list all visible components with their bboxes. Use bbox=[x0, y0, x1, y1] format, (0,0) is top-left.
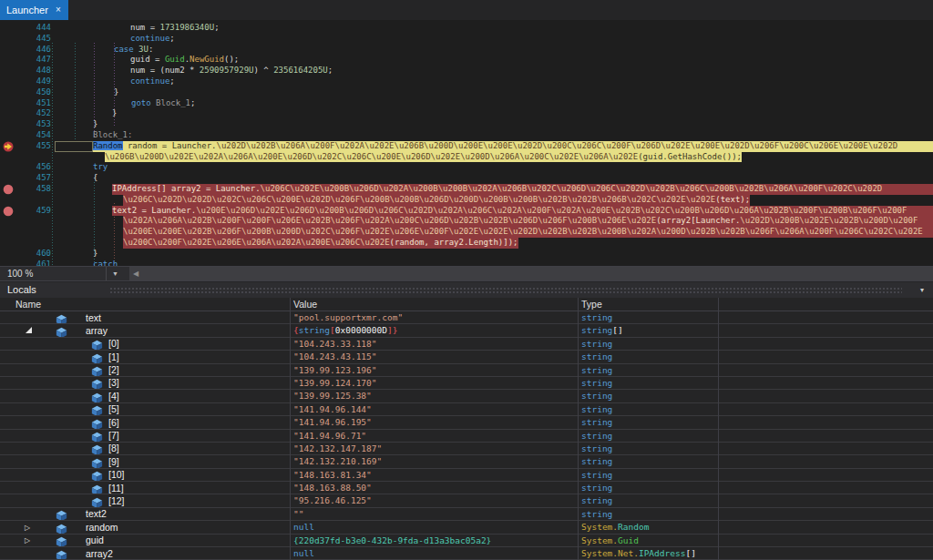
locals-row[interactable]: [10]"148.163.81.34"string bbox=[0, 469, 933, 482]
variable-value-cell[interactable]: "142.132.147.187" bbox=[293, 443, 576, 454]
glyph-margin[interactable] bbox=[0, 108, 16, 119]
code-line[interactable]: 460} bbox=[0, 249, 933, 260]
locals-row[interactable]: ▷guid{220d37fd-b3e0-432b-9fda-d13a3bac05… bbox=[0, 535, 933, 547]
column-separator[interactable] bbox=[578, 298, 579, 560]
glyph-margin[interactable] bbox=[0, 162, 16, 173]
tab-launcher[interactable]: Launcher × bbox=[0, 0, 68, 20]
code-line[interactable]: 457{ bbox=[0, 173, 933, 184]
code-line[interactable]: 452} bbox=[0, 108, 933, 119]
glyph-margin[interactable] bbox=[0, 173, 16, 184]
variable-value-cell[interactable]: "95.216.46.125" bbox=[293, 494, 576, 506]
locals-row[interactable]: [9]"142.132.210.169"string bbox=[0, 455, 933, 468]
column-header-name[interactable]: Name bbox=[15, 299, 41, 310]
code-line[interactable]: 448num = (num2 * 2590957929U) ^ 23561642… bbox=[0, 66, 933, 76]
code-line[interactable]: \u200E\u200E\u202B\u206F\u200B\u200D\u20… bbox=[0, 227, 933, 238]
scroll-left-arrow-icon[interactable]: ◀ bbox=[133, 270, 138, 279]
variable-value-cell[interactable]: null bbox=[293, 521, 576, 533]
code-line[interactable]: 450} bbox=[0, 87, 933, 98]
code-line[interactable]: 461catch bbox=[0, 260, 933, 266]
locals-row[interactable]: [0]"104.243.33.118"string bbox=[0, 338, 933, 351]
locals-row[interactable]: [7]"141.94.96.71"string bbox=[0, 430, 933, 443]
locals-row[interactable]: [11]"148.163.88.50"string bbox=[0, 482, 933, 494]
code-line[interactable]: \u206C\u202D\u202D\u202C\u206C\u200E\u20… bbox=[0, 195, 933, 206]
code-line[interactable]: 456try bbox=[0, 162, 933, 173]
breakpoint-icon[interactable] bbox=[0, 184, 16, 195]
variable-value-cell[interactable]: "" bbox=[293, 508, 576, 520]
variable-value-cell[interactable]: "142.132.210.169" bbox=[293, 455, 576, 467]
variable-value-cell[interactable]: {220d37fd-b3e0-432b-9fda-d13a3bac05a2} bbox=[293, 535, 576, 546]
variable-value-cell[interactable]: "148.163.88.50" bbox=[293, 482, 576, 494]
column-separator[interactable] bbox=[718, 298, 719, 560]
code-line[interactable]: \u206B\u200D\u202E\u202A\u206A\u200E\u20… bbox=[0, 152, 933, 163]
glyph-margin[interactable] bbox=[0, 152, 16, 163]
glyph-margin[interactable] bbox=[0, 87, 16, 98]
code-line[interactable]: 454Block_1: bbox=[0, 130, 933, 141]
locals-row[interactable]: [4]"139.99.125.38"string bbox=[0, 390, 933, 402]
glyph-margin[interactable] bbox=[0, 55, 16, 66]
variable-value-cell[interactable]: "148.163.81.34" bbox=[293, 469, 576, 481]
locals-row[interactable]: ▷randomnullSystem.Random bbox=[0, 521, 933, 534]
variable-value-cell[interactable]: "139.99.123.196" bbox=[293, 364, 576, 376]
locals-row[interactable]: [3]"139.99.124.170"string bbox=[0, 377, 933, 390]
glyph-margin[interactable] bbox=[0, 227, 16, 238]
glyph-margin[interactable] bbox=[0, 76, 16, 87]
code-line[interactable]: 446case 3U: bbox=[0, 45, 933, 56]
variable-value-cell[interactable]: "104.243.43.115" bbox=[293, 351, 576, 362]
glyph-margin[interactable] bbox=[0, 23, 16, 34]
column-header-type[interactable]: Type bbox=[581, 299, 602, 310]
code-line[interactable]: 447guid = Guid.NewGuid(); bbox=[0, 55, 933, 66]
glyph-margin[interactable] bbox=[0, 130, 16, 141]
variable-value-cell[interactable]: "pool.supportxmr.com" bbox=[293, 311, 576, 323]
code-line[interactable]: 451goto Block_1; bbox=[0, 98, 933, 109]
variable-value-cell[interactable]: "141.94.96.195" bbox=[293, 416, 576, 428]
locals-row[interactable]: text2""string bbox=[0, 508, 933, 521]
locals-row[interactable]: array{string[0x0000000D]}string[] bbox=[0, 324, 933, 337]
variable-value-cell[interactable]: "139.99.124.170" bbox=[293, 377, 576, 389]
code-editor[interactable]: 444num = 1731986340U;445continue;446case… bbox=[0, 20, 933, 266]
code-line[interactable]: \u200C\u200F\u202E\u206E\u206A\u202A\u20… bbox=[0, 238, 933, 249]
code-line[interactable]: 449continue; bbox=[0, 76, 933, 87]
code-line[interactable]: 453} bbox=[0, 119, 933, 130]
locals-row[interactable]: array2nullSystem.Net.IPAddress[] bbox=[0, 547, 933, 560]
variable-value-cell[interactable]: "139.99.125.38" bbox=[293, 390, 576, 402]
glyph-margin[interactable] bbox=[0, 119, 16, 130]
expander-closed-icon[interactable]: ▷ bbox=[25, 522, 30, 534]
zoom-level-combobox[interactable]: 100 % bbox=[0, 267, 106, 281]
expander-open-icon[interactable] bbox=[26, 327, 32, 333]
variable-value-cell[interactable]: "141.94.96.71" bbox=[293, 430, 576, 442]
code-line[interactable]: \u202A\u206A\u202B\u200F\u200F\u206E\u20… bbox=[0, 216, 933, 227]
expander-closed-icon[interactable]: ▷ bbox=[25, 535, 30, 546]
current-statement-arrow-icon[interactable] bbox=[0, 141, 16, 152]
variable-value-cell[interactable]: null bbox=[293, 547, 576, 559]
code-line[interactable]: 445continue; bbox=[0, 34, 933, 45]
variable-value-cell[interactable]: "104.243.33.118" bbox=[293, 338, 576, 350]
variable-value-cell[interactable]: {string[0x0000000D]} bbox=[293, 324, 576, 336]
glyph-margin[interactable] bbox=[0, 45, 16, 56]
glyph-margin[interactable] bbox=[0, 34, 16, 45]
code-line[interactable]: 458IPAddress[] array2 = Launcher.\u206C\… bbox=[0, 184, 933, 195]
column-header-value[interactable]: Value bbox=[293, 299, 317, 310]
glyph-margin[interactable] bbox=[0, 195, 16, 206]
locals-row[interactable]: [8]"142.132.147.187"string bbox=[0, 443, 933, 455]
variable-value-cell[interactable]: "141.94.96.144" bbox=[293, 403, 576, 415]
code-line[interactable]: 459text2 = Launcher.\u200E\u206D\u202E\u… bbox=[0, 206, 933, 217]
horizontal-scrollbar[interactable]: ◀ bbox=[129, 267, 933, 281]
locals-row[interactable]: [6]"141.94.96.195"string bbox=[0, 416, 933, 429]
column-separator[interactable] bbox=[290, 298, 291, 560]
glyph-margin[interactable] bbox=[0, 249, 16, 260]
locals-row[interactable]: [5]"141.94.96.144"string bbox=[0, 403, 933, 416]
breakpoint-icon[interactable] bbox=[0, 206, 16, 217]
glyph-margin[interactable] bbox=[0, 238, 16, 249]
locals-row[interactable]: [1]"104.243.43.115"string bbox=[0, 351, 933, 363]
glyph-margin[interactable] bbox=[0, 98, 16, 109]
glyph-margin[interactable] bbox=[0, 260, 16, 266]
locals-row[interactable]: [12]"95.216.46.125"string bbox=[0, 494, 933, 507]
zoom-dropdown-chevron-icon[interactable]: ▼ bbox=[106, 267, 124, 281]
glyph-margin[interactable] bbox=[0, 216, 16, 227]
glyph-margin[interactable] bbox=[0, 66, 16, 76]
locals-row[interactable]: text"pool.supportxmr.com"string bbox=[0, 311, 933, 324]
close-icon[interactable]: × bbox=[56, 5, 61, 15]
code-line[interactable]: 455Random random = Launcher.\u202D\u202B… bbox=[0, 141, 933, 152]
panel-menu-chevron-icon[interactable]: ▾ bbox=[920, 286, 924, 294]
code-line[interactable]: 444num = 1731986340U; bbox=[0, 23, 933, 34]
